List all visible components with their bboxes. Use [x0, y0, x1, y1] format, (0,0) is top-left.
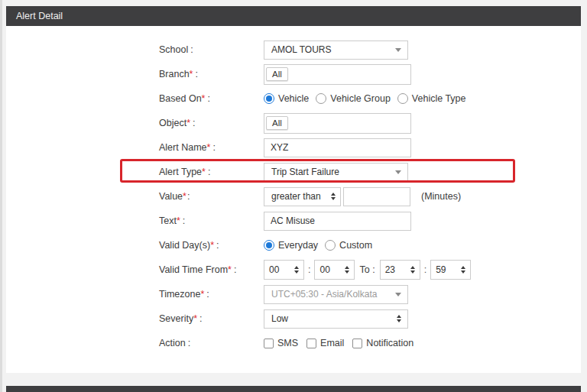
chevron-down-icon [395, 293, 401, 296]
radio-custom-label[interactable]: Custom [339, 240, 372, 251]
updown-icon [294, 266, 299, 274]
sms-checkbox-label[interactable]: SMS [277, 338, 298, 348]
required-asterisk: * [193, 313, 197, 324]
branch-label: Branch*: [159, 69, 264, 79]
notification-checkbox-label[interactable]: Notification [366, 338, 413, 348]
form-row-alert-type: Alert Type*: Trip Start Failure [159, 160, 581, 184]
form-row-value: Value*: greater than (Minutes) [159, 184, 581, 209]
required-asterisk: * [207, 142, 211, 153]
chevron-down-icon [395, 48, 401, 52]
alert-name-input[interactable] [264, 138, 411, 157]
branch-input[interactable]: All [264, 64, 411, 85]
radio-everyday-label[interactable]: Everyday [278, 240, 318, 251]
text-input[interactable] [264, 212, 411, 231]
required-asterisk: * [177, 215, 180, 226]
required-asterisk: * [183, 191, 186, 202]
form-row-object: Object*: All [159, 111, 581, 135]
updown-icon [345, 266, 349, 274]
panel-title: Alert Detail [6, 6, 581, 26]
severity-label: Severity*: [159, 313, 264, 324]
valid-time-label: Valid Time From*: [159, 264, 264, 275]
timezone-label: Timezone*: [159, 289, 264, 300]
form-row-valid-time: Valid Time From*: 00 : 00 To : 23 : [159, 258, 581, 282]
updown-icon [461, 266, 465, 274]
form-row-text: Text*: [159, 209, 581, 233]
from-minute-spinner[interactable]: 00 [314, 260, 355, 280]
object-label: Object*: [159, 118, 264, 128]
time-separator: : [424, 264, 426, 275]
alert-name-label: Alert Name*: [159, 142, 264, 153]
alert-detail-panel: Alert Detail School: AMOL TOURS Branch*:… [6, 6, 581, 373]
required-asterisk: * [186, 118, 190, 128]
school-label: School: [159, 44, 264, 55]
radio-custom[interactable] [325, 240, 336, 251]
form-row-alert-name: Alert Name*: [159, 135, 581, 160]
radio-vehicle-type-label[interactable]: Vehicle Type [412, 93, 466, 104]
alert-type-selected-value: Trip Start Failure [271, 167, 339, 177]
to-label: To : [359, 264, 375, 275]
form-row-timezone: Timezone*: UTC+05:30 - Asia/Kolkata [159, 282, 581, 306]
page-left-edge [0, 0, 2, 392]
form-row-valid-days: Valid Day(s)*: Everyday Custom [159, 233, 581, 258]
branch-chip: All [266, 67, 288, 81]
required-asterisk: * [200, 289, 204, 300]
radio-vehicle-group-label[interactable]: Vehicle Group [330, 93, 391, 104]
based-on-label: Based On*: [159, 93, 264, 104]
to-minute-spinner[interactable]: 59 [430, 260, 471, 280]
action-label: Action: [159, 338, 264, 348]
valid-days-label: Valid Day(s)*: [159, 240, 264, 251]
to-hour-spinner[interactable]: 23 [380, 260, 420, 280]
form-row-school: School: AMOL TOURS [159, 37, 581, 62]
value-label: Value*: [159, 191, 264, 202]
severity-select[interactable]: Low [264, 309, 408, 329]
updown-icon [410, 266, 415, 274]
form-row-severity: Severity*: Low [159, 306, 581, 331]
school-selected-value: AMOL TOURS [271, 44, 331, 55]
chevron-down-icon [395, 170, 401, 174]
notification-checkbox[interactable] [352, 339, 362, 348]
timezone-select[interactable]: UTC+05:30 - Asia/Kolkata [264, 285, 408, 304]
minutes-hint: (Minutes) [421, 191, 461, 202]
email-checkbox-label[interactable]: Email [320, 338, 344, 348]
from-hour-spinner[interactable]: 00 [264, 260, 304, 280]
value-operator-selected: greater than [271, 191, 321, 202]
object-input[interactable]: All [264, 113, 411, 134]
required-asterisk: * [202, 93, 206, 104]
radio-vehicle-type[interactable] [397, 93, 408, 104]
alert-type-select[interactable]: Trip Start Failure [264, 163, 408, 182]
panel-footer-bar [6, 386, 581, 392]
radio-vehicle-group[interactable] [316, 93, 326, 104]
school-select[interactable]: AMOL TOURS [264, 40, 408, 60]
form-row-based-on: Based On*: Vehicle Vehicle Group Vehicle… [159, 86, 581, 111]
severity-selected-value: Low [271, 313, 288, 324]
required-asterisk: * [228, 264, 232, 275]
value-amount-input[interactable] [343, 187, 410, 206]
radio-vehicle-label[interactable]: Vehicle [278, 93, 309, 104]
required-asterisk: * [202, 167, 206, 177]
timezone-selected-value: UTC+05:30 - Asia/Kolkata [271, 289, 377, 300]
time-separator: : [308, 264, 310, 275]
form-row-action: Action: SMS Email Notification [159, 331, 581, 355]
object-chip: All [266, 116, 288, 130]
value-operator-select[interactable]: greater than [264, 187, 341, 206]
email-checkbox[interactable] [306, 339, 316, 348]
alert-detail-form: School: AMOL TOURS Branch*: All Based On… [6, 26, 581, 373]
form-row-branch: Branch*: All [159, 62, 581, 86]
required-asterisk: * [210, 240, 214, 251]
text-label: Text*: [159, 215, 264, 226]
radio-everyday[interactable] [264, 240, 274, 251]
radio-vehicle[interactable] [264, 93, 274, 104]
alert-type-label: Alert Type*: [159, 167, 264, 177]
sms-checkbox[interactable] [264, 339, 274, 348]
updown-icon [397, 315, 401, 322]
required-asterisk: * [190, 69, 193, 79]
updown-icon [331, 193, 336, 200]
